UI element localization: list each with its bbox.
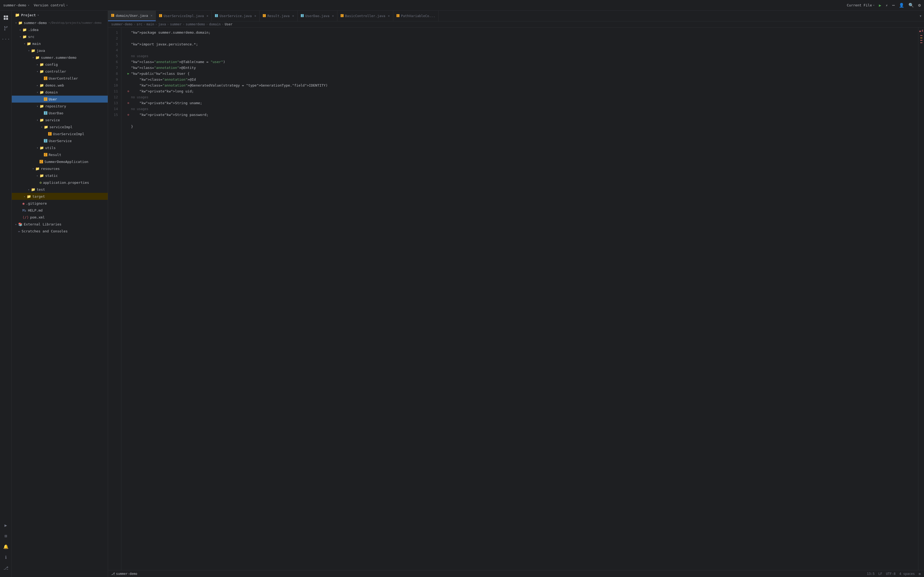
sidebar-item-test[interactable]: ▸📁test: [12, 186, 108, 193]
more-icon[interactable]: ⋯: [892, 3, 895, 8]
code-area[interactable]: "kw">package summer.summerdemo.domain;"k…: [121, 27, 918, 570]
code-line-11[interactable]: ⊙ "kw">private "kw">String uname;: [126, 100, 918, 106]
project-dropdown[interactable]: summer-demo ▾: [3, 3, 29, 7]
sidebar-item-utils[interactable]: ▾📁utils: [12, 144, 108, 151]
tree-icon-summer-summerdemo: 📁: [35, 56, 40, 60]
indent-info[interactable]: 4 spaces: [900, 572, 915, 575]
code-line-2[interactable]: [126, 35, 918, 41]
tab-result-java[interactable]: 🅲 Result.java ✕: [260, 11, 297, 21]
code-line-8[interactable]: "kw">class="annotation">@Id: [126, 77, 918, 82]
error-marker-1: [920, 35, 922, 36]
code-line-9[interactable]: "kw">class="annotation">@GeneratedValue(…: [126, 82, 918, 89]
sidebar-item-summer-summerdemo[interactable]: ▾📁summer.summerdemo: [12, 54, 108, 61]
build-icon[interactable]: ⚡: [885, 3, 888, 8]
activity-info-icon[interactable]: ℹ: [1, 553, 11, 562]
sidebar-item-java[interactable]: ▾📁java: [12, 47, 108, 54]
gutter-warn-icon-12[interactable]: ⊙: [126, 112, 131, 118]
sidebar-item-config[interactable]: ▸📁config: [12, 61, 108, 68]
code-line-5[interactable]: "kw">class="annotation">@Table(name = "u…: [126, 59, 918, 65]
tab-close-basiccontroller-java[interactable]: ✕: [388, 14, 390, 18]
sidebar-item-Result[interactable]: 🅲Result: [12, 151, 108, 158]
code-line-3[interactable]: "kw">import javax.persistence.*;: [126, 41, 918, 47]
sidebar-item-UserService[interactable]: 🅸UserService: [12, 137, 108, 144]
profile-icon[interactable]: 👤: [899, 3, 904, 8]
run-icon[interactable]: ▶: [879, 3, 881, 8]
tab-close-userserviceimpl-java[interactable]: ✕: [207, 14, 208, 18]
sidebar-item-serviceImpl[interactable]: ▾📁serviceImpl: [12, 123, 108, 131]
sidebar-item-application.properties[interactable]: ⚙application.properties: [12, 179, 108, 186]
breadcrumb-item-0[interactable]: summer-demo: [111, 23, 132, 26]
sidebar-item-gitignore[interactable]: ◉.gitignore: [12, 200, 108, 207]
tab-close-userservice-java[interactable]: ✕: [255, 14, 257, 18]
sidebar-item-UserController[interactable]: 🅲UserController: [12, 75, 108, 82]
sidebar-item-main[interactable]: ▾📁main: [12, 40, 108, 47]
sidebar-item-service[interactable]: ▾📁service: [12, 116, 108, 123]
sidebar-item-scratches-consoles[interactable]: ✏Scratches and Consoles: [12, 227, 108, 235]
activity-more-icon[interactable]: ···: [1, 34, 11, 44]
sidebar-item-SummerDemoApplication[interactable]: 🅲SummerDemoApplication: [12, 158, 108, 165]
breadcrumb-item-5[interactable]: summerdemo: [186, 23, 205, 26]
tab-basiccontroller-java[interactable]: 🅲 BasicController.java ✕: [338, 11, 393, 21]
tab-pathvariable-java[interactable]: 🅲 PathVariableCo...: [393, 11, 439, 21]
tab-userservice-java[interactable]: 🅸 UserService.java ✕: [212, 11, 260, 21]
sidebar-item-repository[interactable]: ▾📁repository: [12, 103, 108, 110]
sidebar-item-src[interactable]: ▾📁src: [12, 33, 108, 40]
search-icon[interactable]: 🔍: [908, 3, 914, 8]
sidebar-item-controller[interactable]: ▾📁controller: [12, 68, 108, 75]
code-line-13[interactable]: [126, 118, 918, 124]
breadcrumb-item-3[interactable]: java: [158, 23, 166, 26]
code-line-7[interactable]: ▶"kw">public "kw">class User {: [126, 71, 918, 77]
sidebar-item-UserDao[interactable]: 🅸UserDao: [12, 110, 108, 116]
sidebar-item-domain[interactable]: ▾📁domain: [12, 89, 108, 96]
breadcrumb-item-4[interactable]: summer: [170, 23, 181, 26]
gutter-warn-icon-11[interactable]: ⊙: [126, 100, 131, 106]
code-line-12[interactable]: ⊙ "kw">private "kw">String password;: [126, 112, 918, 118]
tab-close-result-java[interactable]: ✕: [292, 14, 294, 18]
tab-user-java[interactable]: 🅲 domain/User.java ✕: [108, 11, 156, 21]
encoding[interactable]: UTF-8: [886, 572, 896, 575]
cursor-position[interactable]: 13:5: [867, 572, 874, 575]
right-panel-toggle[interactable]: ≡: [919, 572, 921, 576]
activity-git-icon[interactable]: [1, 24, 11, 33]
activity-project-icon[interactable]: [1, 13, 11, 23]
tree-arrow: ▾: [23, 42, 27, 45]
sidebar-item-external-libraries[interactable]: ▸📚External Libraries: [12, 221, 108, 227]
line-separator[interactable]: LF: [878, 572, 882, 575]
sidebar-item-static[interactable]: ▸📁static: [12, 172, 108, 179]
settings-icon[interactable]: ⚙: [918, 3, 921, 8]
tab-close-user-java[interactable]: ✕: [150, 14, 152, 18]
sidebar-item-idea[interactable]: ▸📁.idea: [12, 26, 108, 33]
code-line-4[interactable]: [126, 47, 918, 53]
tree-label-repository: repository: [45, 104, 66, 108]
sidebar-item-User[interactable]: 🅲User: [12, 96, 108, 103]
sidebar-item-demos-web[interactable]: ▸📁demos.web: [12, 82, 108, 89]
activity-terminal-icon[interactable]: ⊞: [1, 531, 11, 541]
breadcrumb-item-7[interactable]: User: [225, 23, 233, 26]
sidebar-item-summer-demo-root[interactable]: ▾📁summer-demo~/Desktop/projects/summer-d…: [12, 19, 108, 26]
code-line-14[interactable]: }: [126, 124, 918, 130]
activity-git-branch-icon[interactable]: ⎇: [1, 563, 11, 573]
code-line-10[interactable]: ⊙ "kw">private "kw">long uid;: [126, 89, 918, 94]
tab-userdao-java[interactable]: 🅸 UserDao.java ✕: [297, 11, 338, 21]
sidebar-item-pom.xml[interactable]: ⟨/⟩pom.xml: [12, 214, 108, 221]
activity-run-icon[interactable]: ▶: [1, 521, 11, 530]
tab-more-button[interactable]: ▾: [917, 11, 924, 21]
code-line-15[interactable]: [126, 130, 918, 135]
gutter-warn-icon-10[interactable]: ⊙: [126, 89, 131, 94]
sidebar-item-UserServiceImpl[interactable]: 🅲UserServiceImpl: [12, 131, 108, 137]
tab-userserviceimpl-java[interactable]: 🅲 UserServiceImpl.java ✕: [156, 11, 212, 21]
code-line-1[interactable]: "kw">package summer.summerdemo.domain;: [126, 30, 918, 35]
version-control-dropdown[interactable]: Version control ▾: [34, 3, 68, 7]
sidebar-item-target[interactable]: ▸📁target: [12, 193, 108, 200]
sidebar-item-HELP.md[interactable]: M↓HELP.md: [12, 207, 108, 214]
current-file-dropdown[interactable]: Current File ▾: [847, 3, 874, 7]
code-line-6[interactable]: "kw">class="annotation">@Entity: [126, 65, 918, 71]
breadcrumb-item-6[interactable]: domain: [209, 23, 221, 26]
breadcrumb-item-1[interactable]: src: [137, 23, 142, 26]
status-branch[interactable]: ⎇ summer-demo: [111, 572, 137, 575]
activity-notifications-icon[interactable]: 🔔: [1, 542, 11, 551]
breadcrumb-item-2[interactable]: main: [147, 23, 154, 26]
tab-close-userdao-java[interactable]: ✕: [332, 14, 334, 18]
gutter-run-icon-7[interactable]: ▶: [126, 71, 131, 77]
sidebar-item-resources[interactable]: ▾📁resources: [12, 165, 108, 172]
